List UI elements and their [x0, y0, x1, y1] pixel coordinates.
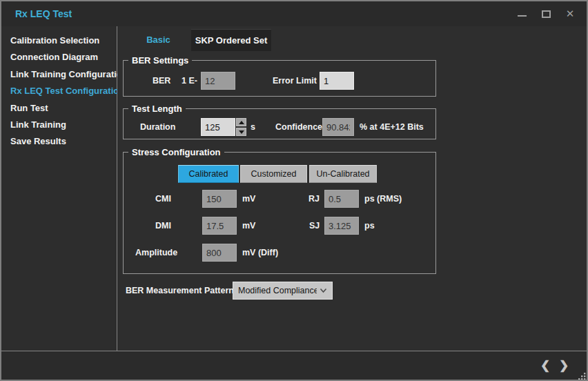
group-ber-settings: BER Settings BER 1 E- Error Limit — [123, 60, 436, 97]
cmi-input — [202, 190, 237, 208]
confidence-suffix: % at 4E+12 Bits — [360, 118, 424, 136]
error-limit-label: Error Limit — [273, 72, 317, 90]
ber-measurement-pattern-label: BER Measurement Pattern — [126, 282, 234, 300]
ber-exponent-input — [201, 72, 235, 90]
stress-mode-row: Calibrated Customized Un-Calibrated — [124, 165, 435, 183]
arrow-down-icon — [239, 130, 244, 134]
window-title: Rx LEQ Test — [15, 8, 72, 19]
sidebar-item-save-results[interactable]: Save Results — [1, 133, 117, 150]
minimize-icon — [518, 15, 527, 17]
nav-back-button[interactable]: ❮ — [539, 351, 551, 380]
footer-bar: ❮ ❯ — [1, 351, 587, 380]
nav-forward-button[interactable]: ❯ — [558, 351, 570, 380]
tab-basic[interactable]: Basic — [126, 29, 191, 51]
maximize-button[interactable] — [540, 8, 551, 19]
error-limit-input[interactable] — [320, 72, 354, 90]
app-window: Rx LEQ Test ✕ Calibration Selection Conn… — [0, 0, 588, 381]
group-test-length: Test Length Duration s Confidence — [123, 108, 436, 139]
mode-calibrated-button[interactable]: Calibrated — [178, 165, 239, 183]
dmi-label: DMI — [155, 217, 171, 235]
group-legend-test-length: Test Length — [128, 103, 186, 115]
amplitude-input — [202, 244, 237, 262]
sidebar-item-calibration-selection[interactable]: Calibration Selection — [1, 32, 117, 49]
window-controls: ✕ — [516, 1, 576, 26]
sj-label: SJ — [309, 217, 320, 235]
sidebar: Calibration Selection Connection Diagram… — [1, 26, 117, 351]
dmi-unit: mV — [242, 217, 255, 235]
mode-uncalibrated-button[interactable]: Un-Calibrated — [309, 165, 377, 183]
sj-input — [324, 217, 359, 235]
maximize-icon — [542, 10, 551, 18]
title-bar: Rx LEQ Test ✕ — [1, 1, 587, 26]
duration-unit: s — [251, 118, 255, 136]
amplitude-unit: mV (Diff) — [242, 244, 278, 262]
cmi-rj-row: CMI mV RJ ps (RMS) — [124, 190, 435, 208]
confidence-input — [322, 118, 354, 136]
duration-spin-down-button[interactable] — [236, 128, 246, 136]
tab-skp-ordered-set[interactable]: SKP Ordered Set — [191, 29, 271, 51]
ber-measurement-pattern-row: BER Measurement Pattern Modified Complia… — [117, 282, 587, 300]
duration-input[interactable] — [201, 118, 235, 136]
group-legend-stress-configuration: Stress Configuration — [128, 146, 224, 158]
cmi-unit: mV — [242, 190, 255, 208]
ber-exponent-prefix: 1 E- — [182, 72, 197, 90]
ber-measurement-pattern-select[interactable]: Modified Compliance — [233, 282, 333, 300]
group-stress-configuration: Stress Configuration Calibrated Customiz… — [123, 152, 436, 274]
resize-grip-icon — [578, 372, 586, 380]
duration-spinner — [236, 118, 246, 136]
dmi-sj-row: DMI mV SJ ps — [124, 217, 435, 235]
confidence-label: Confidence — [275, 118, 322, 136]
amplitude-row: Amplitude mV (Diff) — [124, 244, 435, 262]
sidebar-item-link-training[interactable]: Link Training — [1, 117, 117, 133]
sj-unit: ps — [364, 217, 375, 235]
resize-grip[interactable] — [578, 371, 586, 379]
duration-label: Duration — [140, 118, 175, 136]
rj-label: RJ — [308, 190, 320, 208]
arrow-up-icon — [239, 121, 244, 124]
close-icon: ✕ — [566, 8, 575, 19]
minimize-button[interactable] — [516, 8, 527, 19]
ber-measurement-pattern-value: Modified Compliance — [238, 286, 317, 295]
dmi-input — [202, 217, 237, 235]
sidebar-item-connection-diagram[interactable]: Connection Diagram — [1, 49, 117, 66]
amplitude-label: Amplitude — [135, 244, 177, 262]
duration-spin-up-button[interactable] — [236, 118, 246, 126]
ber-label: BER — [153, 72, 170, 90]
main-panel: Basic SKP Ordered Set BER Settings BER 1… — [117, 26, 587, 351]
rj-input — [324, 190, 359, 208]
test-length-row: Duration s Confidence % at 4E+12 Bits — [124, 118, 435, 136]
sidebar-item-link-training-configuration[interactable]: Link Training Configuration — [1, 66, 117, 83]
tab-bar: Basic SKP Ordered Set — [117, 29, 587, 51]
sidebar-item-run-test[interactable]: Run Test — [1, 100, 117, 117]
chevron-right-icon: ❯ — [559, 358, 569, 373]
cmi-label: CMI — [155, 190, 171, 208]
close-button[interactable]: ✕ — [565, 8, 576, 19]
chevron-down-icon — [320, 288, 327, 293]
rj-unit: ps (RMS) — [364, 190, 402, 208]
window-body: Calibration Selection Connection Diagram… — [1, 26, 587, 351]
group-legend-ber-settings: BER Settings — [128, 55, 192, 66]
ber-row: BER 1 E- Error Limit — [124, 72, 435, 90]
sidebar-item-rx-leq-test-configuration[interactable]: Rx LEQ Test Configuration — [1, 83, 117, 99]
mode-customized-button[interactable]: Customized — [240, 165, 307, 183]
chevron-left-icon: ❮ — [540, 358, 550, 373]
